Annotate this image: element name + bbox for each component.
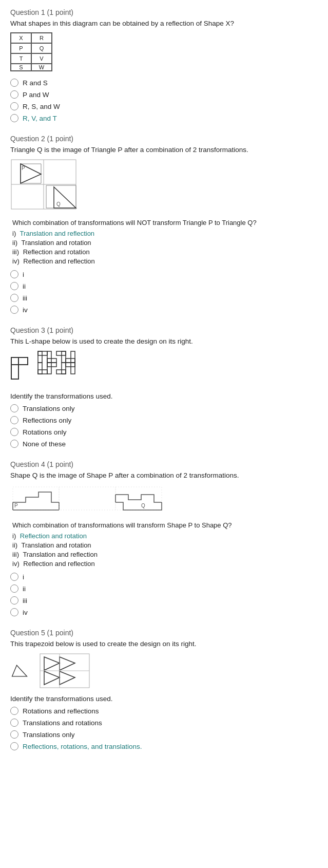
q4-option-1[interactable]: i xyxy=(10,573,318,581)
q4-radio-1[interactable] xyxy=(10,573,18,581)
q4-title-text: Question 4 xyxy=(10,460,45,468)
q4-text: Shape Q is the image of Shape P after a … xyxy=(10,471,318,479)
q1-option-2-label: P and W xyxy=(23,91,49,99)
svg-marker-36 xyxy=(12,665,27,676)
q2-sub-question-text: Which combination of transformations wil… xyxy=(12,219,318,227)
q4-shapes-svg: P Q xyxy=(10,484,164,513)
q2-radio-2[interactable] xyxy=(10,282,18,290)
q3-option-3[interactable]: Rotations only xyxy=(10,428,318,436)
question-3: Question 3 (1 point) This L-shape below … xyxy=(10,326,318,448)
q5-option-2-label: Translations and rotations xyxy=(23,719,102,727)
q5-pattern-svg xyxy=(39,653,90,689)
q5-identify-text: Identify the transformations used. xyxy=(10,695,318,703)
q4-option-2[interactable]: ii xyxy=(10,584,318,593)
q2-radio-1[interactable] xyxy=(10,270,18,278)
q4-sub-i-text: Reflection and rotation xyxy=(20,532,87,540)
q4-option-3-label: iii xyxy=(23,597,27,605)
q1-option-4[interactable]: R, V, and T xyxy=(10,114,318,122)
svg-rect-12 xyxy=(38,351,47,355)
q4-diagram: P Q xyxy=(10,484,318,514)
q4-option-3[interactable]: iii xyxy=(10,596,318,605)
q5-radio-1[interactable] xyxy=(10,707,18,715)
q1-title-text: Question 1 xyxy=(10,8,45,16)
svg-rect-9 xyxy=(11,357,18,379)
q5-option-3-label: Translations only xyxy=(23,731,75,739)
svg-rect-13 xyxy=(47,351,51,363)
q3-options: Translations only Reflections only Rotat… xyxy=(10,404,318,448)
q1-cell-v: V xyxy=(31,53,52,64)
q4-sub-iv-text: Reflection and reflection xyxy=(23,560,94,568)
q4-radio-4[interactable] xyxy=(10,608,18,616)
q2-option-3-label: iii xyxy=(23,294,27,302)
q1-option-1[interactable]: R and S xyxy=(10,79,318,87)
q1-option-3[interactable]: R, S, and W xyxy=(10,102,318,110)
q4-title: Question 4 (1 point) xyxy=(10,460,318,468)
svg-rect-17 xyxy=(66,358,75,363)
q2-title-text: Question 2 xyxy=(10,135,45,143)
q4-sub-ii: ii) Translation and rotation xyxy=(12,541,318,549)
q5-radio-4[interactable] xyxy=(10,742,18,750)
svg-marker-38 xyxy=(44,657,60,670)
q5-radio-2[interactable] xyxy=(10,719,18,727)
q3-option-1-label: Translations only xyxy=(23,405,75,412)
q4-radio-3[interactable] xyxy=(10,596,18,605)
q2-radio-4[interactable] xyxy=(10,306,18,314)
q1-cell-t: T xyxy=(11,53,31,64)
q2-sub-iv-label: iv) xyxy=(12,257,20,265)
q4-sub-iii: iii) Translation and reflection xyxy=(12,551,318,558)
svg-text:P: P xyxy=(14,503,18,508)
q3-option-4[interactable]: None of these xyxy=(10,440,318,448)
q5-option-1-label: Rotations and reflections xyxy=(23,707,99,715)
q3-option-2[interactable]: Reflections only xyxy=(10,416,318,424)
q1-radio-1[interactable] xyxy=(10,79,18,87)
q2-option-2[interactable]: ii xyxy=(10,282,318,290)
q3-option-1[interactable]: Translations only xyxy=(10,404,318,412)
q5-diagram xyxy=(10,653,318,689)
q2-option-2-label: ii xyxy=(23,282,26,290)
q5-option-4[interactable]: Reflections, rotations, and translations… xyxy=(10,742,318,750)
q3-text: This L-shape below is used to create the… xyxy=(10,337,318,345)
q2-option-1[interactable]: i xyxy=(10,270,318,278)
q1-option-2[interactable]: P and W xyxy=(10,90,318,99)
q3-diagram xyxy=(10,350,318,386)
q1-option-1-label: R and S xyxy=(23,79,48,87)
q1-cell-x: X xyxy=(11,33,31,43)
q5-option-1[interactable]: Rotations and reflections xyxy=(10,707,318,715)
q2-triangles-svg: P Q xyxy=(10,159,77,210)
q2-sub-i: i) Translation and reflection xyxy=(12,230,318,237)
q1-radio-3[interactable] xyxy=(10,102,18,110)
q5-option-2[interactable]: Translations and rotations xyxy=(10,719,318,727)
q5-option-3[interactable]: Translations only xyxy=(10,730,318,739)
svg-rect-25 xyxy=(66,363,75,367)
svg-marker-41 xyxy=(60,671,75,685)
q3-identify-text: Identify the transformations used. xyxy=(10,392,318,400)
q3-radio-1[interactable] xyxy=(10,404,18,412)
q1-cell-p: P xyxy=(11,43,31,53)
q4-options: i ii iii iv xyxy=(10,573,318,616)
q1-radio-2[interactable] xyxy=(10,90,18,99)
svg-text:P: P xyxy=(22,165,25,171)
q1-diagram: X R P Q T V S W xyxy=(10,32,318,71)
q4-radio-2[interactable] xyxy=(10,584,18,593)
q5-radio-3[interactable] xyxy=(10,730,18,739)
q4-sub-question: Which combination of transformations wil… xyxy=(12,521,318,568)
q2-option-3[interactable]: iii xyxy=(10,294,318,302)
q2-option-4[interactable]: iv xyxy=(10,306,318,314)
q4-option-4[interactable]: iv xyxy=(10,608,318,616)
q5-title: Question 5 (1 point) xyxy=(10,629,318,637)
q2-points: (1 point) xyxy=(47,135,73,143)
q3-option-3-label: Rotations only xyxy=(23,428,67,436)
q3-radio-3[interactable] xyxy=(10,428,18,436)
q5-options: Rotations and reflections Translations a… xyxy=(10,707,318,750)
q3-radio-4[interactable] xyxy=(10,440,18,448)
q1-cell-r: R xyxy=(31,33,52,43)
q2-option-1-label: i xyxy=(23,271,24,278)
q1-text: What shapes in this diagram can be obtai… xyxy=(10,20,318,27)
q3-radio-2[interactable] xyxy=(10,416,18,424)
q2-sub-iii-label: iii) xyxy=(12,248,19,256)
q2-sub-ii: ii) Translation and rotation xyxy=(12,239,318,247)
svg-rect-32 xyxy=(59,487,115,510)
q1-radio-4[interactable] xyxy=(10,114,18,122)
q2-radio-3[interactable] xyxy=(10,294,18,302)
q2-diagram: P Q xyxy=(10,159,318,212)
